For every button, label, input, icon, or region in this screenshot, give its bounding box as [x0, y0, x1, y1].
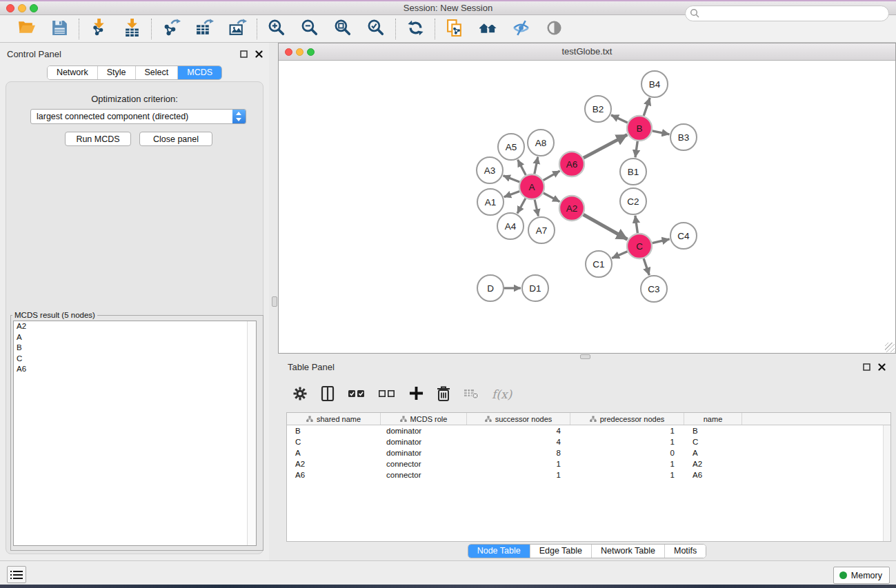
deselect-all-checks-button[interactable]: [378, 384, 396, 405]
table-cell[interactable]: 1: [570, 438, 684, 446]
graph-node-A2[interactable]: A2: [559, 196, 584, 221]
zoom-out-button[interactable]: [297, 17, 322, 41]
table-cell[interactable]: C: [287, 438, 381, 446]
zoom-selected-button[interactable]: [364, 17, 388, 41]
graph-edge-A-A3[interactable]: [504, 176, 520, 182]
graph-edge-A-A5[interactable]: [518, 160, 526, 175]
graph-node-A5[interactable]: A5: [498, 134, 524, 160]
graph-node-B2[interactable]: B2: [585, 96, 611, 122]
export-image-button[interactable]: [225, 17, 250, 41]
graph-node-C3[interactable]: C3: [641, 276, 667, 302]
zoom-traffic-light[interactable]: [30, 4, 38, 12]
zoom-fit-button[interactable]: [330, 17, 355, 41]
network-close-traffic-light[interactable]: [285, 48, 292, 56]
table-settings-button[interactable]: [292, 384, 308, 405]
result-list-item[interactable]: B: [14, 343, 256, 354]
graph-edge-A-A1[interactable]: [504, 192, 520, 197]
tab-network[interactable]: Network: [48, 66, 97, 79]
hide-panels-button[interactable]: [508, 17, 533, 41]
table-cell[interactable]: 0: [570, 449, 684, 457]
table-cell[interactable]: 1: [467, 471, 570, 479]
network-canvas[interactable]: B4B2BB3A8A5A6A3B1AA1C2A2A4A7C4CC1C3DD1: [279, 61, 895, 353]
graph-edge-C-C4[interactable]: [653, 239, 670, 243]
graph-edge-A-A2[interactable]: [544, 193, 560, 202]
graph-edge-B-B2[interactable]: [611, 115, 628, 123]
select-all-checks-button[interactable]: [348, 384, 366, 405]
result-list-item[interactable]: A6: [14, 364, 256, 375]
column-header-successor-nodes[interactable]: successor nodes: [467, 413, 570, 425]
graph-node-A[interactable]: A: [519, 174, 544, 199]
table-cell[interactable]: dominator: [381, 449, 467, 457]
graph-edge-C-C1[interactable]: [612, 252, 627, 258]
select-columns-button[interactable]: [320, 384, 335, 405]
table-cell[interactable]: 1: [570, 460, 684, 468]
graph-node-B[interactable]: B: [627, 116, 652, 141]
graph-node-A7[interactable]: A7: [528, 217, 555, 243]
table-cell[interactable]: dominator: [381, 438, 467, 446]
search-input[interactable]: [685, 6, 889, 21]
table-cell[interactable]: C: [684, 438, 742, 446]
network-minimize-traffic-light[interactable]: [296, 48, 303, 56]
table-cell[interactable]: A2: [287, 460, 381, 468]
table-tab-edge-table[interactable]: Edge Table: [530, 545, 591, 558]
show-eye-button[interactable]: [541, 17, 566, 41]
graph-node-C4[interactable]: C4: [670, 223, 697, 249]
graph-edge-B-B1[interactable]: [635, 141, 637, 157]
import-table-button[interactable]: [119, 17, 144, 41]
graph-node-A1[interactable]: A1: [477, 189, 504, 215]
graph-edge-A2-C[interactable]: [584, 214, 628, 239]
zoom-in-button[interactable]: [264, 17, 289, 41]
tab-select[interactable]: Select: [135, 66, 178, 79]
tab-mcds[interactable]: MCDS: [177, 66, 221, 79]
tab-style[interactable]: Style: [97, 66, 135, 79]
table-cell[interactable]: 1: [570, 427, 684, 435]
table-tab-node-table[interactable]: Node Table: [468, 545, 530, 558]
table-cell[interactable]: B: [287, 427, 381, 435]
table-cell[interactable]: 8: [467, 449, 570, 457]
graph-node-A8[interactable]: A8: [528, 130, 554, 156]
window-resize-grip[interactable]: [885, 343, 895, 352]
table-cell[interactable]: 1: [467, 460, 570, 468]
memory-button[interactable]: Memory: [833, 567, 890, 584]
minimize-traffic-light[interactable]: [18, 4, 26, 12]
graph-node-D[interactable]: D: [477, 275, 504, 301]
import-network-button[interactable]: [86, 17, 111, 41]
table-cell[interactable]: A6: [684, 471, 742, 479]
close-panel-button[interactable]: Close panel: [139, 132, 212, 146]
table-cell[interactable]: connector: [381, 460, 467, 468]
graph-node-A6[interactable]: A6: [559, 152, 584, 176]
column-header-predecessor-nodes[interactable]: predecessor nodes: [570, 413, 684, 425]
graph-edge-B-B4[interactable]: [644, 98, 650, 116]
graph-edge-A-A8[interactable]: [535, 157, 538, 174]
horizontal-splitter-grip[interactable]: [580, 354, 590, 359]
float-table-panel-icon[interactable]: [862, 363, 871, 372]
graph-node-C2[interactable]: C2: [620, 188, 646, 214]
close-panel-icon[interactable]: [255, 50, 263, 59]
table-cell[interactable]: A2: [684, 460, 742, 468]
result-list-item[interactable]: A2: [14, 321, 256, 332]
graph-node-A3[interactable]: A3: [477, 157, 503, 183]
graph-node-A4[interactable]: A4: [497, 213, 524, 239]
network-zoom-traffic-light[interactable]: [307, 48, 315, 56]
save-session-button[interactable]: [47, 17, 72, 41]
table-cell[interactable]: A: [287, 449, 381, 457]
graph-edge-C-C3[interactable]: [644, 258, 649, 275]
table-cell[interactable]: A6: [287, 471, 381, 479]
export-table-button[interactable]: [192, 17, 217, 41]
result-list-item[interactable]: C: [14, 354, 256, 365]
graph-node-D1[interactable]: D1: [522, 275, 548, 301]
table-cell[interactable]: 4: [467, 427, 570, 435]
table-cell[interactable]: 1: [570, 471, 684, 479]
result-list-item[interactable]: A: [14, 332, 256, 343]
graph-node-B4[interactable]: B4: [641, 71, 668, 97]
graph-edge-B-B3[interactable]: [653, 131, 670, 134]
function-builder-button[interactable]: f(x): [492, 384, 512, 405]
close-table-panel-icon[interactable]: [877, 363, 886, 372]
table-tab-motifs[interactable]: Motifs: [664, 545, 706, 558]
column-header-shared-name[interactable]: shared name: [287, 413, 381, 425]
add-row-button[interactable]: [408, 384, 424, 405]
graph-edge-A-A7[interactable]: [535, 200, 538, 216]
float-panel-icon[interactable]: [239, 50, 248, 59]
column-header-mcds-role[interactable]: MCDS role: [381, 413, 467, 425]
open-session-button[interactable]: [14, 17, 39, 41]
